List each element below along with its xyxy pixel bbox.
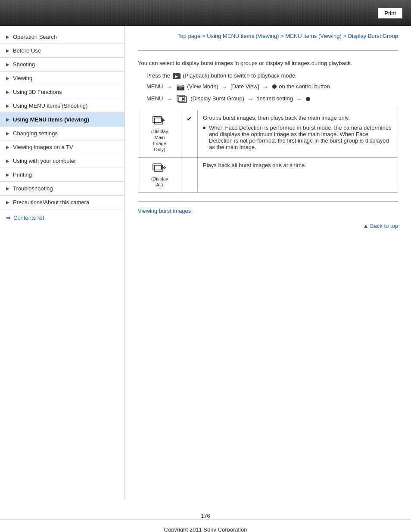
back-to-top-link[interactable]: Back to top	[370, 223, 398, 229]
step-1: Press the (Playback) button to switch to…	[146, 72, 398, 79]
breadcrumb-sep1: >	[200, 33, 207, 39]
page-number: 176	[0, 513, 411, 519]
sidebar-item-label: Troubleshooting	[13, 185, 53, 192]
arrow-icon: →	[248, 96, 253, 102]
table-row: (DisplayAll) Plays back all burst images…	[138, 157, 398, 193]
content-area: Top page > Using MENU items (Viewing) > …	[125, 26, 411, 500]
sidebar-item-label: Before Use	[13, 47, 41, 54]
display-main-svg-icon	[153, 115, 166, 127]
back-to-top-arrow: ▲	[363, 223, 370, 229]
arrow-icon: ▶	[6, 172, 9, 177]
print-button[interactable]: Print	[378, 8, 402, 19]
back-to-top[interactable]: ▲ Back to top	[138, 223, 398, 229]
display-main-label: (DisplayMainImageOnly)	[151, 128, 168, 153]
row1-bullet: When Face Detection is performed in burs…	[203, 124, 392, 150]
sidebar-item-label: Changing settings	[13, 130, 58, 137]
arrow-icon: →	[166, 84, 172, 90]
arrow-icon: ▶	[6, 34, 9, 39]
arrow-icon: ▶	[6, 186, 9, 191]
sidebar-item-label: Viewing	[13, 75, 32, 81]
arrow-icon: ▶	[6, 159, 9, 163]
arrow-icon: →	[221, 84, 227, 90]
contents-arrow-icon: ➡	[6, 215, 11, 221]
sidebar-item-label: Viewing images on a TV	[13, 144, 73, 150]
arrow-icon: →	[166, 96, 172, 102]
breadcrumb-sep3: >	[342, 33, 348, 39]
circle-icon	[306, 97, 310, 101]
arrow-icon: →	[296, 96, 302, 102]
svg-rect-0	[177, 95, 185, 101]
arrow-icon: ▶	[6, 145, 9, 149]
sidebar-item-label: Using with your computer	[13, 158, 76, 164]
arrow-icon: ▶	[6, 48, 9, 53]
sidebar-item-viewing-tv[interactable]: ▶ Viewing images on a TV	[0, 140, 125, 154]
arrow-icon: ▶	[6, 131, 9, 136]
sidebar-item-label: Using MENU items (Viewing)	[13, 116, 89, 123]
breadcrumb-menu-items-viewing[interactable]: MENU items (Viewing)	[285, 33, 342, 39]
footer: Copyright 2011 Sony Corporation	[0, 519, 411, 532]
sidebar-item-printing[interactable]: ▶ Printing	[0, 168, 125, 182]
arrow-icon: ▶	[6, 62, 9, 67]
title-divider	[138, 50, 398, 51]
arrow-icon: ▶	[6, 103, 9, 108]
sidebar-item-label: Printing	[13, 171, 32, 178]
display-all-svg-icon	[153, 162, 166, 174]
breadcrumb-display-burst-group[interactable]: Display Burst Group	[348, 33, 398, 39]
viewing-burst-link[interactable]: Viewing burst images	[138, 208, 398, 214]
display-all-icon-box: (DisplayAll)	[151, 162, 168, 188]
sidebar-item-label: Operation Search	[13, 34, 57, 40]
display-main-icon-box: (DisplayMainImageOnly)	[151, 115, 168, 153]
circle-icon	[272, 84, 277, 89]
copyright-text: Copyright 2011 Sony Corporation	[164, 526, 247, 532]
breadcrumb-sep2: >	[279, 33, 286, 39]
sidebar-item-operation-search[interactable]: ▶ Operation Search	[0, 30, 125, 44]
sidebar: ▶ Operation Search ▶ Before Use ▶ Shooti…	[0, 26, 125, 500]
breadcrumb-top[interactable]: Top page	[177, 33, 201, 39]
playback-icon	[173, 73, 181, 79]
breadcrumb-using-menu-viewing[interactable]: Using MENU items (Viewing)	[207, 33, 279, 39]
table-cell-empty	[181, 157, 198, 193]
sidebar-item-label: Using 3D Functions	[13, 89, 62, 95]
display-all-label: (DisplayAll)	[151, 176, 168, 188]
table-cell-icon2: (DisplayAll)	[138, 157, 181, 193]
step-2: MENU → 📷 (View Mode) → [Date View] → on …	[146, 83, 398, 91]
page-description: You can select to display burst images i…	[138, 60, 398, 66]
arrow-icon: ▶	[6, 117, 9, 122]
step-3: MENU → (Display Burst Group) → desired s…	[146, 94, 398, 104]
sidebar-item-label: Using MENU items (Shooting)	[13, 103, 87, 109]
burst-group-icon	[176, 94, 188, 104]
sidebar-item-before-use[interactable]: ▶ Before Use	[0, 44, 125, 58]
contents-list-link[interactable]: ➡ Contents list	[0, 209, 125, 226]
sidebar-item-using-3d[interactable]: ▶ Using 3D Functions	[0, 85, 125, 99]
svg-marker-2	[182, 97, 185, 101]
burst-table: (DisplayMainImageOnly) ✔ Groups burst im…	[138, 110, 398, 193]
sidebar-item-changing-settings[interactable]: ▶ Changing settings	[0, 127, 125, 140]
arrow-icon: ▶	[6, 76, 9, 81]
bullet-dot-icon	[203, 127, 206, 129]
sidebar-item-precautions[interactable]: ▶ Precautions/About this camera	[0, 196, 125, 209]
arrow-icon: ▶	[6, 90, 9, 94]
table-row: (DisplayMainImageOnly) ✔ Groups burst im…	[138, 110, 398, 157]
sidebar-item-shooting[interactable]: ▶ Shooting	[0, 58, 125, 72]
sidebar-item-menu-viewing[interactable]: ▶ Using MENU items (Viewing)	[0, 113, 125, 127]
row1-main-text: Groups burst images, then plays back the…	[203, 115, 392, 121]
sidebar-item-label: Precautions/About this camera	[13, 199, 89, 205]
sidebar-item-menu-shooting[interactable]: ▶ Using MENU items (Shooting)	[0, 99, 125, 113]
sidebar-item-troubleshooting[interactable]: ▶ Troubleshooting	[0, 182, 125, 196]
bottom-divider	[138, 201, 398, 202]
main-container: ▶ Operation Search ▶ Before Use ▶ Shooti…	[0, 26, 411, 500]
arrow-icon: ▶	[6, 200, 9, 205]
sidebar-item-label: Shooting	[13, 61, 35, 68]
viewmode-icon: 📷	[176, 83, 185, 90]
sidebar-item-using-computer[interactable]: ▶ Using with your computer	[0, 154, 125, 168]
row2-description: Plays back all burst images one at a tim…	[203, 162, 306, 168]
header-bar: Print	[0, 0, 411, 26]
arrow-icon: →	[262, 84, 268, 90]
table-cell-desc2: Plays back all burst images one at a tim…	[198, 157, 398, 193]
sidebar-item-viewing[interactable]: ▶ Viewing	[0, 72, 125, 85]
table-cell-icon1: (DisplayMainImageOnly)	[138, 110, 181, 157]
check-icon: ✔	[187, 115, 192, 122]
table-cell-desc1: Groups burst images, then plays back the…	[198, 110, 398, 157]
table-cell-check: ✔	[181, 110, 198, 157]
breadcrumb: Top page > Using MENU items (Viewing) > …	[138, 30, 398, 42]
